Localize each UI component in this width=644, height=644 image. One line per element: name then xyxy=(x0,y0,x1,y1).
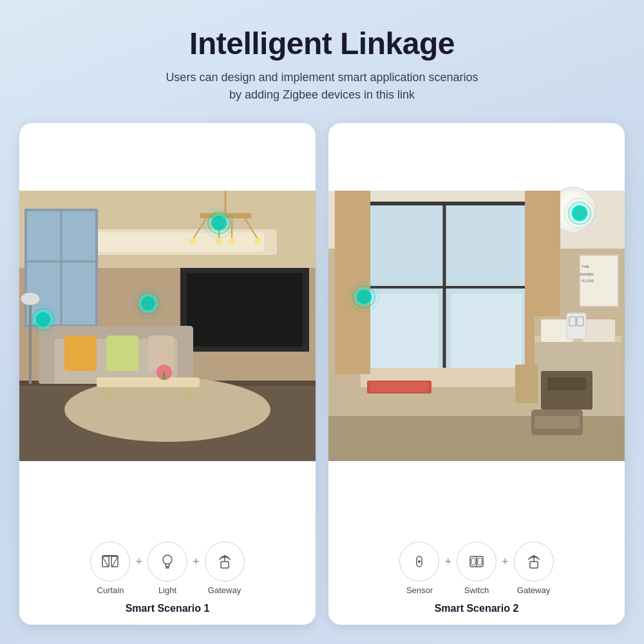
gateway-icon-circle-2 xyxy=(514,542,554,582)
switch-icon xyxy=(466,551,487,572)
sensor-icon-circle xyxy=(399,542,439,582)
svg-point-104 xyxy=(533,555,535,558)
svg-rect-76 xyxy=(547,377,586,390)
svg-rect-54 xyxy=(221,562,229,568)
svg-point-19 xyxy=(254,238,261,244)
card1-devices-row: Curtain + Light + xyxy=(29,542,306,595)
svg-point-93 xyxy=(356,289,372,305)
gateway-label-1: Gateway xyxy=(208,585,241,595)
svg-rect-25 xyxy=(39,332,55,384)
svg-line-48 xyxy=(102,556,108,567)
subtitle: Users can design and implement smart app… xyxy=(166,69,478,104)
device-curtain: Curtain xyxy=(90,542,130,595)
scenario-card-1: Curtain + Light + xyxy=(19,123,316,625)
switch-label: Switch xyxy=(464,585,489,595)
svg-rect-34 xyxy=(163,372,166,380)
svg-rect-26 xyxy=(177,332,193,384)
light-icon xyxy=(157,551,178,572)
svg-point-36 xyxy=(21,292,40,305)
svg-line-50 xyxy=(112,556,118,567)
scenario-card-2: THE ANSWER IS LOVE xyxy=(328,123,625,625)
light-icon-circle xyxy=(147,542,187,582)
svg-point-43 xyxy=(211,215,227,231)
device-sensor: Sensor xyxy=(399,542,439,595)
device-gateway-1: Gateway xyxy=(205,542,245,595)
light-label: Light xyxy=(158,585,176,595)
svg-rect-32 xyxy=(184,387,193,400)
svg-rect-27 xyxy=(64,336,97,371)
svg-point-51 xyxy=(163,555,172,564)
svg-rect-3 xyxy=(71,232,264,252)
sensor-icon xyxy=(409,551,430,572)
svg-rect-77 xyxy=(515,365,538,403)
svg-text:ANSWER: ANSWER xyxy=(580,272,594,276)
svg-rect-101 xyxy=(478,558,482,565)
curtain-label: Curtain xyxy=(97,585,124,595)
gateway-icon-circle-1 xyxy=(205,542,245,582)
card2-devices-row: Sensor + Switch + xyxy=(338,542,615,595)
curtain-icon-circle xyxy=(90,542,130,582)
svg-rect-28 xyxy=(106,336,138,371)
svg-rect-89 xyxy=(535,416,580,429)
scenario-1-title: Smart Scenario 1 xyxy=(29,603,306,614)
gateway-icon-2 xyxy=(524,551,544,572)
svg-point-17 xyxy=(216,238,222,244)
device-light: Light xyxy=(147,542,187,595)
gateway-icon xyxy=(214,551,235,572)
device-switch: Switch xyxy=(457,542,497,595)
svg-rect-79 xyxy=(370,383,428,392)
plus-2: + xyxy=(193,555,200,569)
svg-point-90 xyxy=(572,205,587,221)
svg-point-97 xyxy=(418,560,421,563)
svg-rect-66 xyxy=(367,294,438,368)
card2-image: THE ANSWER IS LOVE xyxy=(328,123,625,529)
switch-icon-circle xyxy=(457,542,497,582)
svg-rect-73 xyxy=(583,319,615,342)
curtain-icon xyxy=(100,551,120,572)
svg-point-16 xyxy=(190,238,196,244)
svg-point-56 xyxy=(223,555,226,558)
svg-text:THE: THE xyxy=(582,265,589,269)
sensor-label: Sensor xyxy=(406,585,433,595)
gateway-label-2: Gateway xyxy=(517,585,550,595)
plus-3: + xyxy=(444,555,451,569)
header-section: Intelligent Linkage Users can design and… xyxy=(166,26,478,104)
svg-rect-100 xyxy=(471,558,475,565)
card1-footer: Curtain + Light + xyxy=(19,529,316,625)
svg-rect-102 xyxy=(530,562,538,568)
plus-1: + xyxy=(135,555,142,569)
card1-image xyxy=(19,123,316,529)
svg-point-18 xyxy=(229,238,235,244)
device-gateway-2: Gateway xyxy=(514,542,554,595)
scenario-2-title: Smart Scenario 2 xyxy=(338,603,615,614)
svg-text:IS LOVE: IS LOVE xyxy=(582,279,594,283)
svg-rect-30 xyxy=(97,377,200,387)
svg-rect-31 xyxy=(103,387,113,400)
plus-4: + xyxy=(502,555,509,569)
svg-point-40 xyxy=(140,296,156,311)
svg-rect-9 xyxy=(187,273,303,346)
page-title: Intelligent Linkage xyxy=(166,26,478,61)
card2-footer: Sensor + Switch + xyxy=(328,529,625,625)
svg-rect-67 xyxy=(451,294,522,368)
cards-container: Curtain + Light + xyxy=(19,123,625,625)
svg-point-37 xyxy=(35,312,51,327)
